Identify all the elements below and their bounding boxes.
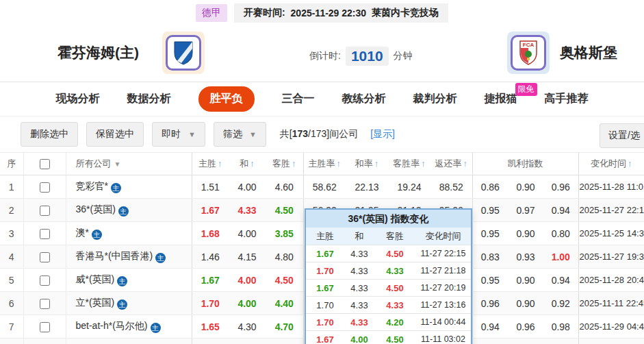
row-checkbox[interactable] [40, 229, 50, 239]
away-odds[interactable]: 4.40 [266, 292, 303, 315]
draw-odds[interactable]: 4.15 [229, 245, 266, 269]
popup-change-time: 11-14 00:44 [415, 317, 471, 327]
home-odds[interactable]: 1.67 [192, 269, 229, 292]
popup-away-odds: 4.50 [374, 283, 415, 293]
header-home-rate[interactable]: 主胜率↑ [303, 153, 346, 175]
kelly-2: 0.90 [508, 222, 543, 245]
countdown: 倒计时: 1010 分钟 [309, 47, 413, 66]
company-name[interactable]: bet-at-h*(马尔他) [76, 320, 148, 331]
header-draw-odds[interactable]: 和↑ [229, 153, 266, 175]
draw-odds[interactable]: 4.00 [229, 292, 266, 315]
away-rate: 19.24 [388, 175, 430, 199]
away-odds[interactable]: 4.50 [266, 269, 303, 292]
row-checkbox[interactable] [40, 252, 50, 262]
main-company-badge-icon: 主 [118, 206, 129, 217]
instant-dropdown[interactable]: 即时 ▼ [152, 122, 205, 147]
select-all-checkbox[interactable] [40, 159, 50, 169]
kelly-1: 0.83 [472, 245, 508, 269]
row-checkbox[interactable] [40, 182, 50, 193]
away-odds[interactable]: 4.40 [266, 339, 303, 344]
change-time: 2025-11-29 04:49 [578, 339, 644, 344]
tab-三合一[interactable]: 三合一 [282, 92, 315, 106]
tab-数据分析[interactable]: 数据分析 [127, 92, 171, 106]
tab-捷报猫[interactable]: 捷报猫限免 [485, 92, 517, 106]
tab-胜平负[interactable]: 胜平负 [198, 86, 255, 112]
header-home-odds[interactable]: 主胜↑ [192, 153, 229, 175]
home-odds[interactable]: 1.70 [192, 292, 229, 315]
header-kelly: 凯利指数 [472, 153, 578, 175]
settings-button[interactable]: 设置/选 [600, 123, 644, 148]
header-seq: 序 [0, 153, 23, 175]
away-odds[interactable]: 3.85 [266, 222, 303, 245]
company-cell: 香港马*(中国香港)主 [66, 245, 192, 269]
draw-odds[interactable]: 4.33 [229, 199, 266, 222]
company-name[interactable]: 澳* [76, 227, 89, 238]
away-odds[interactable]: 4.60 [266, 175, 303, 199]
home-odds[interactable]: 1.46 [192, 245, 229, 269]
countdown-unit: 分钟 [394, 50, 413, 62]
draw-odds[interactable]: 3.90 [229, 339, 266, 344]
draw-odds[interactable]: 4.00 [229, 222, 266, 245]
table-header-row: 序 所有公司▼ 主胜↑ 和↑ 客胜↑ 主胜率↑ 和率↑ 客胜率↑ 返还率↑ 凯利… [0, 153, 644, 175]
popup-header-row: 主胜和客胜变化时间 [306, 228, 471, 245]
company-name[interactable]: 立*(英国) [76, 297, 115, 308]
kelly-2: 0.87 [508, 339, 543, 344]
row-seq: 6 [0, 292, 23, 315]
header-change-time[interactable]: 变化时间↑ [578, 153, 644, 175]
tab-教练分析[interactable]: 教练分析 [342, 92, 386, 106]
header-select-all [23, 153, 66, 175]
header-away-rate[interactable]: 客胜率↑ [388, 153, 430, 175]
popup-odds-row: 1.704.334.3311-27 13:16 [306, 296, 471, 313]
company-cell: bet-at-h*(马尔他)主 [66, 315, 192, 339]
draw-odds[interactable]: 4.00 [229, 175, 266, 199]
header-away-odds[interactable]: 客胜↑ [266, 153, 303, 175]
draw-odds[interactable]: 4.30 [229, 315, 266, 339]
header-company[interactable]: 所有公司▼ [66, 153, 192, 175]
odds-comparison-page: 德甲 开赛时间: 2025-11-29 22:30 莱茵内卡竞技场 霍芬海姆(主… [0, 0, 644, 344]
sort-up-icon: ↑ [463, 158, 468, 169]
kelly-3: 0.96 [543, 175, 578, 199]
change-time: 2025-11-25 14:34 [578, 222, 644, 245]
kelly-1: 0.95 [472, 269, 508, 292]
table-row: 1竞彩官*主1.514.004.6058.6222.1319.2488.520.… [0, 175, 644, 199]
away-odds[interactable]: 4.70 [266, 315, 303, 339]
popup-home-odds: 1.70 [306, 317, 344, 328]
home-odds[interactable]: 1.67 [192, 199, 229, 222]
row-select-cell [23, 315, 66, 339]
delete-selected-button[interactable]: 删除选中 [21, 122, 78, 147]
popup-away-odds: 4.33 [374, 266, 415, 276]
kelly-1: 0.96 [472, 292, 508, 315]
company-name[interactable]: 竞彩官* [76, 180, 108, 191]
row-checkbox[interactable] [40, 206, 50, 216]
kelly-3: 0.94 [543, 269, 578, 292]
company-name[interactable]: 威*(英国) [76, 273, 115, 284]
home-odds[interactable]: 1.65 [192, 315, 229, 339]
show-link[interactable]: [显示] [370, 128, 395, 140]
kelly-1: 0.95 [472, 199, 508, 222]
home-odds[interactable]: 1.51 [192, 175, 229, 199]
header-draw-rate[interactable]: 和率↑ [346, 153, 388, 175]
hoffenheim-crest-icon [173, 40, 194, 65]
header-return-rate[interactable]: 返还率↑ [430, 153, 472, 175]
draw-odds[interactable]: 4.00 [229, 269, 266, 292]
row-checkbox[interactable] [40, 322, 50, 332]
row-checkbox[interactable] [40, 275, 50, 286]
tab-高手推荐[interactable]: 高手推荐 [545, 92, 589, 106]
company-cell: 澳*主 [66, 222, 192, 245]
away-odds[interactable]: 4.80 [266, 245, 303, 269]
league-badge[interactable]: 德甲 [196, 4, 227, 22]
odds-change-popup: 36*(英国) 指数变化 主胜和客胜变化时间 1.674.334.5011-27… [305, 208, 472, 344]
filter-dropdown[interactable]: 筛选 ▼ [214, 122, 266, 147]
home-odds[interactable]: 1.68 [192, 222, 229, 245]
popup-odds-row: 1.674.334.5011-27 22:15 [306, 245, 471, 262]
main-company-badge-icon: 主 [111, 183, 121, 193]
home-odds[interactable]: 1.62 [192, 339, 229, 344]
company-name[interactable]: 香港马*(中国香港) [76, 250, 153, 261]
company-name[interactable]: 36*(英国) [76, 204, 116, 214]
tab-现场分析[interactable]: 现场分析 [56, 92, 100, 106]
keep-selected-button[interactable]: 保留选中 [86, 122, 144, 147]
away-odds[interactable]: 4.50 [266, 199, 303, 222]
popup-header-cell: 客胜 [374, 230, 415, 243]
tab-裁判分析[interactable]: 裁判分析 [413, 92, 457, 106]
row-checkbox[interactable] [40, 299, 50, 309]
